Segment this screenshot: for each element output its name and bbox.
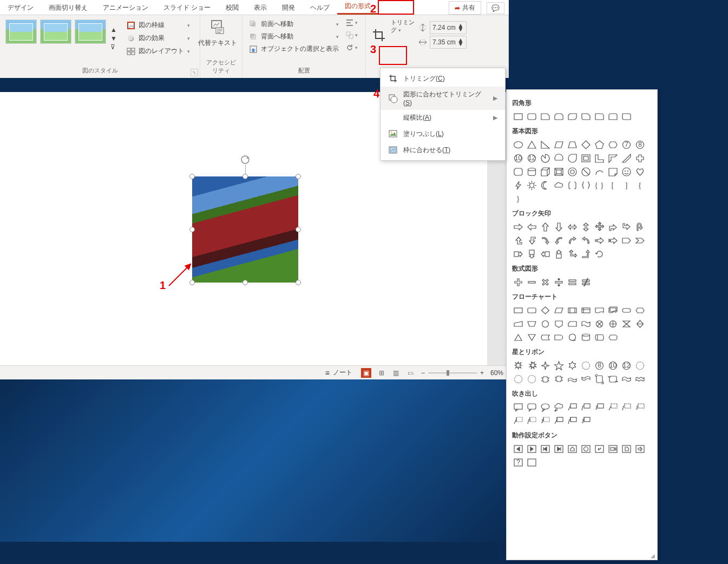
fc-data[interactable] bbox=[553, 304, 565, 316]
arrow-down[interactable] bbox=[553, 221, 565, 233]
action-begin[interactable] bbox=[539, 443, 551, 455]
resize-handle-r[interactable] bbox=[296, 227, 301, 232]
callout-accent2[interactable] bbox=[620, 401, 632, 413]
wave[interactable] bbox=[620, 373, 632, 385]
zoom-level[interactable]: 60% bbox=[490, 369, 503, 377]
shape-hexagon[interactable] bbox=[607, 139, 619, 150]
shape-snipdiag[interactable] bbox=[566, 110, 578, 122]
fc-sort[interactable] bbox=[634, 318, 646, 330]
callout-border1[interactable] bbox=[512, 415, 524, 427]
action-sound[interactable] bbox=[634, 443, 646, 455]
share-button[interactable]: ➦共有 bbox=[449, 1, 481, 15]
rotate-handle[interactable] bbox=[240, 155, 250, 165]
callout-border2[interactable] bbox=[526, 415, 537, 427]
callout-noborder1[interactable] bbox=[553, 415, 565, 427]
shape-can[interactable] bbox=[526, 166, 537, 178]
shape-round1[interactable] bbox=[593, 110, 605, 122]
star-10[interactable]: 10 bbox=[607, 359, 619, 371]
eq-minus[interactable] bbox=[526, 276, 537, 288]
view-sorter[interactable]: ⊞ bbox=[378, 368, 385, 378]
star-16[interactable] bbox=[634, 359, 646, 371]
menu-fit[interactable]: 枠に合わせる(T) bbox=[381, 142, 505, 158]
fc-direct[interactable] bbox=[593, 331, 605, 343]
shape-smiley[interactable] bbox=[620, 166, 632, 178]
arrow-updown[interactable] bbox=[580, 221, 592, 233]
gallery-scroll-up[interactable]: ▲ bbox=[110, 26, 117, 34]
resize-handle-t[interactable] bbox=[242, 174, 248, 179]
shape-pentagon[interactable] bbox=[593, 139, 605, 150]
shape-diag[interactable] bbox=[620, 152, 632, 164]
fc-terminator[interactable] bbox=[620, 304, 632, 316]
zoom-slider[interactable] bbox=[428, 372, 477, 373]
tab-transitions[interactable]: 画面切り替え bbox=[41, 1, 95, 15]
style-thumb-3[interactable] bbox=[75, 19, 106, 44]
star-6[interactable] bbox=[566, 359, 578, 371]
shape-dodecagon[interactable]: 12 bbox=[526, 152, 537, 164]
shape-sniproundcomb[interactable] bbox=[580, 110, 592, 122]
comments-button[interactable]: 💬 bbox=[487, 2, 504, 14]
arrow-curved2[interactable] bbox=[553, 234, 565, 246]
alt-text-button[interactable]: 代替テキスト bbox=[204, 17, 232, 48]
shape-teardrop[interactable] bbox=[566, 152, 578, 164]
arrow-bentup[interactable] bbox=[580, 248, 592, 260]
action-forward[interactable] bbox=[526, 443, 537, 455]
action-help[interactable]: ? bbox=[512, 456, 524, 468]
shape-plaque[interactable] bbox=[512, 166, 524, 178]
eq-divide[interactable] bbox=[553, 276, 565, 288]
scroll-v[interactable] bbox=[593, 373, 605, 385]
shape-halfframe[interactable] bbox=[607, 152, 619, 164]
shape-plus[interactable] bbox=[634, 152, 646, 164]
ribbon-down[interactable] bbox=[553, 373, 565, 385]
shape-snip1[interactable] bbox=[539, 110, 551, 122]
star-24[interactable] bbox=[512, 373, 524, 385]
callout-cloud[interactable] bbox=[553, 401, 565, 413]
fc-or[interactable] bbox=[607, 318, 619, 330]
shape-doublebraces[interactable] bbox=[580, 179, 592, 191]
gallery-expand[interactable]: ⊽ bbox=[110, 43, 117, 51]
callout-oval[interactable] bbox=[539, 401, 551, 413]
shape-triangle[interactable] bbox=[526, 139, 537, 150]
tab-developer[interactable]: 開発 bbox=[274, 1, 303, 15]
arrow-striped[interactable] bbox=[593, 234, 605, 246]
action-document[interactable] bbox=[620, 443, 632, 455]
action-info[interactable] bbox=[580, 443, 592, 455]
callout-noborder2[interactable] bbox=[566, 415, 578, 427]
star-expl2[interactable] bbox=[526, 359, 537, 371]
eq-equal[interactable] bbox=[566, 276, 578, 288]
send-backward-button[interactable]: 背面へ移動▾ bbox=[247, 31, 341, 42]
arrow-curved3[interactable] bbox=[566, 234, 578, 246]
view-reading[interactable]: ▥ bbox=[392, 368, 400, 378]
eq-multiply[interactable] bbox=[539, 276, 551, 288]
eq-plus[interactable] bbox=[512, 276, 524, 288]
fc-manual-input[interactable] bbox=[512, 318, 524, 330]
shape-arc[interactable] bbox=[593, 166, 605, 178]
arrow-callout-d[interactable] bbox=[526, 248, 537, 260]
star-32[interactable] bbox=[526, 373, 537, 385]
fc-alternate[interactable] bbox=[526, 304, 537, 316]
resize-handle-l[interactable] bbox=[189, 227, 195, 232]
fc-document[interactable] bbox=[593, 304, 605, 316]
callout-accent3[interactable] bbox=[634, 401, 646, 413]
crop-icon-button[interactable] bbox=[369, 17, 389, 53]
arrow-quad[interactable] bbox=[593, 221, 605, 233]
fc-extract[interactable] bbox=[512, 331, 524, 343]
star-8[interactable]: 8 bbox=[593, 359, 605, 371]
arrow-callout-u[interactable] bbox=[553, 248, 565, 260]
eq-notequal[interactable] bbox=[580, 276, 592, 288]
arrow-notched[interactable] bbox=[607, 234, 619, 246]
arrow-right[interactable] bbox=[512, 221, 524, 233]
fc-process[interactable] bbox=[512, 304, 524, 316]
arrow-bent2[interactable] bbox=[620, 221, 632, 233]
fc-predefined[interactable] bbox=[566, 304, 578, 316]
fc-internal[interactable] bbox=[580, 304, 592, 316]
selected-picture[interactable] bbox=[192, 176, 298, 283]
fc-stored[interactable] bbox=[539, 331, 551, 343]
arrow-leftright[interactable] bbox=[566, 221, 578, 233]
fc-manual-op[interactable] bbox=[526, 318, 537, 330]
fc-merge[interactable] bbox=[526, 331, 537, 343]
shape-bevel[interactable] bbox=[553, 166, 565, 178]
shape-l[interactable] bbox=[593, 152, 605, 164]
bring-forward-button[interactable]: 前面へ移動▾ bbox=[247, 18, 341, 30]
align-button[interactable]: ▾ bbox=[344, 17, 359, 28]
shape-parallelogram[interactable] bbox=[553, 139, 565, 150]
